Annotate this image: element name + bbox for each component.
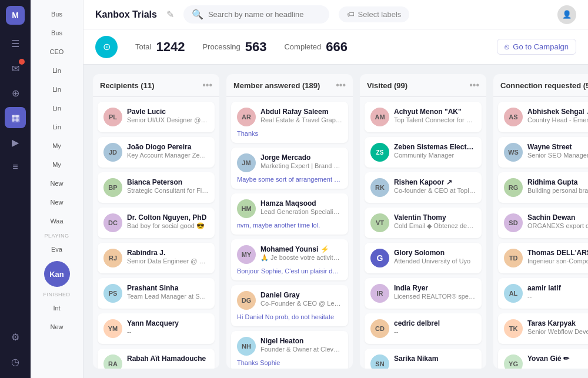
card-avatar: PS [103, 284, 122, 303]
campaign-item-lin4[interactable]: Lin [33, 119, 81, 135]
col-menu-member-answered[interactable]: ••• [336, 80, 346, 91]
card-avatar: DG [237, 291, 256, 310]
card-avatar: RG [504, 178, 523, 197]
card-person: SD Sachin Dewan ORGANEXS export div. S.S… [504, 213, 588, 232]
kanban-card[interactable]: ZS Zeben Sistemas Electrón... Community … [365, 137, 482, 168]
kanban-card[interactable]: PS Prashant Sinha Team Lead Manager at S… [98, 278, 215, 309]
card-person: AR Abdul Rafay Saleem Real Estate & Trav… [237, 108, 342, 126]
kanban-card[interactable]: PL Pavle Lucic Senior UI/UX Designer @ T… [98, 102, 215, 132]
card-avatar: YG [504, 354, 523, 369]
kanban-card[interactable]: YM Yann Macquery -- [98, 313, 215, 344]
kanban-card[interactable]: HM Hamza Maqsood Lead Generation Special… [231, 193, 348, 235]
card-info: João Diogo Pereira Key Account Manager Z… [127, 143, 209, 159]
campaign-item-kan[interactable]: Kan [44, 261, 70, 287]
kanban-card[interactable]: IR India Ryer Licensed REALTOR® speciali… [365, 278, 482, 309]
campaign-item-lin1[interactable]: Lin [33, 62, 81, 79]
kanban-card[interactable]: WS Wayne Street Senior SEO Manager [498, 137, 588, 168]
search-box[interactable]: 🔍 [183, 5, 329, 24]
card-name: Bianca Peterson [127, 178, 209, 186]
card-info: Valentin Thomy Cold Email ◆ Obtenez des … [394, 213, 476, 230]
campaign-item-my1[interactable]: My [33, 138, 81, 154]
card-title: Marketing Expert | Brand Strategist | ..… [260, 162, 342, 169]
card-title: Senior UI/UX Designer @ Toptal | Prot... [127, 116, 209, 123]
user-avatar[interactable]: 👤 [557, 5, 576, 24]
campaign-item-ceo[interactable]: CEO [33, 44, 81, 60]
kanban-card[interactable]: MY Mohamed Younsi ⚡ 🙏 Je booste votre ac… [231, 239, 348, 280]
video-icon[interactable]: ▶ [5, 132, 26, 153]
kanban-card[interactable]: BP Bianca Peterson Strategic Consultant … [98, 172, 215, 203]
card-avatar: RJ [103, 249, 122, 267]
campaign-item-lin3[interactable]: Lin [33, 100, 81, 116]
go-to-campaign-button[interactable]: ⎋ Go to Campaign [497, 39, 576, 55]
card-avatar: RK [370, 178, 389, 197]
kanban-icon[interactable]: ▦ [5, 107, 26, 128]
campaign-item-eva[interactable]: Eva [33, 241, 81, 257]
kanban-card[interactable]: AL aamir latif -- [498, 278, 588, 309]
kanban-card[interactable]: SD Sachin Dewan ORGANEXS export div. S.S… [498, 208, 588, 238]
menu-icon[interactable]: ☰ [5, 33, 26, 54]
kanban-card[interactable]: JD João Diogo Pereira Key Account Manage… [98, 137, 215, 168]
card-avatar: YM [103, 319, 122, 338]
kanban-card[interactable]: G Glory Solomon Attended University of U… [365, 243, 482, 273]
kanban-card[interactable]: RG Ridhima Gupta Building personal brand… [498, 172, 588, 203]
kanban-card[interactable]: RJ Rabindra J. Senior Data Engineer @ Wi… [98, 243, 215, 273]
campaign-item-new3[interactable]: New [33, 319, 81, 335]
campaign-item-waa[interactable]: Waa [33, 213, 81, 229]
campaign-item-bus1[interactable]: Bus [33, 6, 81, 22]
section-label-finished: FINISHED [31, 289, 83, 299]
card-info: Hamza Maqsood Lead Generation Specialist… [260, 199, 342, 215]
card-info: Abdul Rafay Saleem Real Estate & Travel … [260, 108, 342, 123]
kanban-card[interactable]: DC Dr. Colton Nguyen, PhD Bad boy for so… [98, 208, 215, 238]
total-label: Total [135, 42, 151, 51]
app-logo[interactable]: M [6, 6, 25, 25]
search-input[interactable] [208, 10, 321, 19]
col-menu-visited[interactable]: ••• [469, 80, 479, 91]
card-title: Cold Email ◆ Obtenez des rendez-vou... [394, 222, 476, 230]
card-title: -- [394, 328, 476, 335]
card-title: Ingenieur son-Compositeur-Arrangeu... [527, 257, 588, 265]
inbox-icon[interactable]: ✉ [5, 58, 26, 79]
col-menu-recipients[interactable]: ••• [202, 80, 212, 91]
inbox-badge [19, 59, 25, 65]
total-value: 1242 [156, 39, 185, 55]
kanban-card[interactable]: NH Nigel Heaton Founder & Owner at Cleve… [231, 331, 348, 369]
campaign-item-bus2[interactable]: Bus [33, 25, 81, 41]
card-person: JM Jorge Mercado Marketing Expert | Bran… [237, 153, 342, 172]
card-person: VT Valentin Thomy Cold Email ◆ Obtenez d… [370, 213, 476, 232]
kanban-card[interactable]: DG Daniel Gray Co-Founder & CEO @ Lerno … [231, 285, 348, 326]
campaign-item-my2[interactable]: My [33, 156, 81, 173]
labels-selector[interactable]: 🏷 Select labels [339, 6, 410, 22]
kanban-card[interactable]: SN Sarika Nikam [365, 349, 482, 369]
kanban-card[interactable]: TK Taras Karpyak Senior Webflow Develope… [498, 313, 588, 344]
edit-icon[interactable]: ✎ [166, 9, 174, 20]
card-avatar: PL [103, 108, 122, 126]
card-message: Maybe some sort of arrangement can be ma… [237, 176, 342, 183]
kanban-card[interactable]: JM Jorge Mercado Marketing Expert | Bran… [231, 148, 348, 189]
kanban-card[interactable]: RK Rishen Kapoor ↗ Co-founder & CEO at T… [365, 172, 482, 203]
card-info: Wayne Street Senior SEO Manager [527, 143, 588, 159]
settings-icon[interactable]: ⚙ [5, 326, 26, 347]
kanban-card[interactable]: RA Rabah Aït Hamadouche [98, 349, 215, 369]
kanban-card[interactable]: YG Yovan Gié ✏ [498, 349, 588, 369]
kanban-card[interactable]: AS Abhishek Sehgal ↗ Country Head - Emer… [498, 102, 588, 132]
campaign-item-new2[interactable]: New [33, 194, 81, 210]
card-avatar: CD [370, 319, 389, 338]
card-avatar: HM [237, 199, 256, 218]
search-icon: 🔍 [192, 9, 203, 20]
card-title: Bad boy for social good 😎 [127, 222, 209, 230]
kanban-card[interactable]: VT Valentin Thomy Cold Email ◆ Obtenez d… [365, 208, 482, 238]
list-icon[interactable]: ≡ [5, 156, 26, 178]
card-title: Senior Data Engineer @ Wipro [127, 257, 209, 265]
card-name: Yann Macquery [127, 319, 209, 327]
campaign-item-int[interactable]: Int [33, 300, 81, 316]
kanban-card[interactable]: AM Achyut Menon "AK" Top Talent Connecto… [365, 102, 482, 132]
kanban-card[interactable]: TD Thomas DELL'ARSO Ingenieur son-Compos… [498, 243, 588, 273]
kanban-card[interactable]: CD cedric delbrel -- [365, 313, 482, 344]
card-info: Prashant Sinha Team Lead Manager at SEOD… [127, 284, 209, 300]
kanban-card[interactable]: AR Abdul Rafay Saleem Real Estate & Trav… [231, 102, 348, 143]
campaign-item-lin2[interactable]: Lin [33, 81, 81, 98]
clock-icon[interactable]: ◷ [5, 351, 26, 372]
globe-icon[interactable]: ⊕ [5, 82, 26, 103]
campaign-item-new1[interactable]: New [33, 175, 81, 192]
card-avatar: DC [103, 213, 122, 232]
